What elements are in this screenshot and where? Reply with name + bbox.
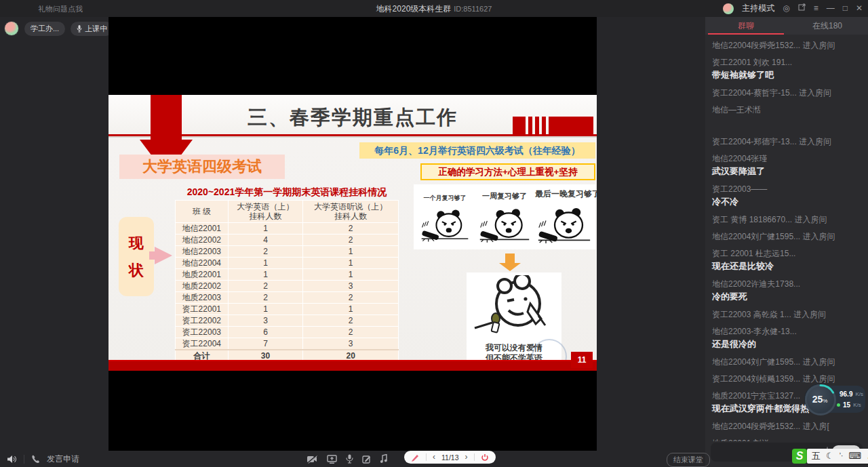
presentation-controls: ‹ 11/13 › xyxy=(404,451,496,464)
table-header: 班 级 xyxy=(176,201,229,223)
panda-meme: 最后一晚复习够了 xyxy=(535,188,593,245)
ime-mode-icon[interactable]: 五 xyxy=(812,449,821,464)
table-row: 地信2200411 xyxy=(176,258,399,269)
download-dot xyxy=(837,403,840,407)
class-status-badge[interactable]: 上课中 xyxy=(71,22,113,36)
table-row: 地质2200111 xyxy=(176,269,399,281)
table-row: 资工2200473 xyxy=(176,338,399,350)
mic-icon[interactable] xyxy=(346,454,353,464)
ime-keyboard-icon[interactable]: ⌨ xyxy=(848,449,861,464)
chat-message: 资工22001 刘欢 191...带短袖就够了吧 xyxy=(712,57,861,81)
ime-punct-icon[interactable]: ’· xyxy=(840,449,844,464)
screen-share-icon[interactable] xyxy=(327,455,337,464)
chat-messages[interactable]: 地信22004段舜尧1532... 进入房间资工22001 刘欢 191...带… xyxy=(705,35,868,441)
record-icon[interactable]: ◎ xyxy=(783,0,789,17)
message-sender: 地信22004张瑾 xyxy=(712,153,861,164)
pen-icon[interactable] xyxy=(411,453,420,462)
message-text: 冷不冷 xyxy=(712,196,861,208)
host-avatar xyxy=(723,3,734,14)
menu-icon[interactable]: ≡ xyxy=(814,0,818,17)
next-page-button[interactable]: › xyxy=(465,451,468,464)
message-sender: 资工 22001 杜志远15... xyxy=(712,248,861,259)
system-message: 地信22004段舜尧1532... 进入房间 xyxy=(712,40,861,51)
chat-message: 地信22002许迪夫1738...冷的要死 xyxy=(712,279,861,303)
topic-label: 大学英语四级考试 xyxy=(119,155,285,179)
chat-message: 资工22003——冷不冷 xyxy=(712,184,861,208)
ime-moon-icon[interactable]: ☾ xyxy=(826,449,834,464)
phone-icon[interactable] xyxy=(31,455,40,464)
power-icon[interactable] xyxy=(481,453,489,462)
edit-icon[interactable] xyxy=(362,455,371,464)
chat-message: 资工 22001 杜志远15...现在还是比较冷 xyxy=(712,248,861,272)
system-message: 资工22004-蔡哲宇-15... 进入房间 xyxy=(712,87,861,98)
table-row: 地信2200112 xyxy=(176,223,399,235)
panda-meme: 一周复习够了 xyxy=(475,188,534,245)
left-panel: 学工办... 上课中 xyxy=(0,17,108,451)
page-indicator: 11/13 xyxy=(441,453,459,462)
presenter-name[interactable]: 学工办... xyxy=(24,22,65,36)
table-row: 资工2200111 xyxy=(176,304,399,315)
title-bar: 礼物问题点我 地科2020级本科生群ID:8511627 主持模式 ◎ ≡ — … xyxy=(0,0,868,17)
minimize-icon[interactable]: — xyxy=(827,0,835,17)
panda-meme: 一个月复习够了 xyxy=(416,188,474,245)
chat-message: 地信—王术湉 xyxy=(712,104,861,130)
presentation-stage: 三、春季学期重点工作 每年6月、12月举行英语四六级考试（往年经验） 大学英语四… xyxy=(108,17,597,451)
right-gap xyxy=(597,17,705,451)
table-title: 2020~2021学年第一学期期末英语课程挂科情况 xyxy=(175,186,399,199)
room-id: ID:8511627 xyxy=(454,5,492,13)
chat-message: 地信22003-李永健-13...还是很冷的 xyxy=(712,326,861,350)
popout-icon[interactable] xyxy=(798,0,806,17)
speech-request-button[interactable]: 发言申请 xyxy=(47,453,79,465)
red-arrow-decoration xyxy=(151,95,182,140)
music-icon[interactable] xyxy=(380,454,388,464)
network-overlay[interactable]: 96.9K/s 15K/s 25% xyxy=(804,384,865,416)
system-message: 地信22004刘广健1595... 进入房间 xyxy=(712,231,861,242)
host-mode-label[interactable]: 主持模式 xyxy=(742,3,774,14)
message-text: 武汉要降温了 xyxy=(712,165,861,178)
bottom-toolbar: 发言申请 结束课堂 xyxy=(0,451,705,467)
message-sender: 地信—王术湉 xyxy=(712,104,861,115)
message-sender: 资工22003—— xyxy=(712,184,861,195)
system-message: 资工 黄博 18186670... 进入房间 xyxy=(712,214,861,225)
message-sender: 地质22001 刘洋 xyxy=(712,438,861,441)
meme-caption: 最后一晚复习够了 xyxy=(535,188,593,200)
presenter-avatar[interactable] xyxy=(4,21,19,36)
speaker-icon[interactable] xyxy=(7,455,17,464)
table-header: 大学英语听说（上）挂科人数 xyxy=(303,201,399,223)
chat-tabs: 群聊 在线180 xyxy=(705,17,868,35)
fail-count-table: 班 级大学英语（上）挂科人数大学英语听说（上）挂科人数地信2200112地信22… xyxy=(175,200,399,362)
table-row: 地质2200223 xyxy=(176,281,399,292)
chat-message: 地信22004张瑾武汉要降温了 xyxy=(712,153,861,178)
message-text: 冷的要死 xyxy=(712,291,861,303)
close-icon[interactable]: ✕ xyxy=(856,0,863,17)
system-message: 资工22004刘桢飚1359... 进入房间 xyxy=(712,373,861,384)
end-class-button[interactable]: 结束课堂 xyxy=(667,453,710,467)
panda-meme-strip: 一个月复习够了 一周复习够了 最后一晚复习够了 xyxy=(414,184,595,249)
tab-online-count[interactable]: 在线180 xyxy=(787,17,868,35)
message-text: 带短袖就够了吧 xyxy=(712,69,861,81)
prev-page-button[interactable]: ‹ xyxy=(433,451,435,464)
app-window: 礼物问题点我 地科2020级本科生群ID:8511627 主持模式 ◎ ≡ — … xyxy=(0,0,868,467)
ime-logo-icon[interactable]: S xyxy=(792,449,807,464)
system-message: 地信22004刘广健1595... 进入房间 xyxy=(712,357,861,367)
camera-off-icon[interactable] xyxy=(307,455,318,464)
table-row: 地质2200322 xyxy=(176,292,399,304)
message-text: 还是很冷的 xyxy=(712,338,861,350)
maximize-icon[interactable]: □ xyxy=(843,0,848,17)
slide-footer-bar xyxy=(108,360,597,371)
method-banner: 正确的学习方法+心理上重视+坚持 xyxy=(420,163,595,180)
table-row: 资工2200232 xyxy=(176,315,399,327)
system-message: 资工22003 高乾焱 1... 进入房间 xyxy=(712,309,861,320)
status-arrow xyxy=(155,247,172,264)
table-row: 资工2200362 xyxy=(176,327,399,338)
meme-caption: 一周复习够了 xyxy=(475,191,534,201)
message-sender: 资工22001 刘欢 191... xyxy=(712,57,861,68)
chat-message: 地质22001 刘洋没有问题了，郭老师要早点睡呀 xyxy=(712,438,861,441)
orange-down-arrow xyxy=(499,253,521,271)
meme-caption: 一个月复习够了 xyxy=(416,194,474,203)
ime-toolbar[interactable]: S 五 ☾ ’· ⌨ ♟ ⊞ xyxy=(792,448,868,464)
slide-page-number: 11 xyxy=(571,352,593,368)
tab-group-chat[interactable]: 群聊 xyxy=(705,17,787,35)
system-message: 地信22004段舜尧1532... 进入房[ xyxy=(712,421,861,432)
memory-ball[interactable]: 25% xyxy=(804,384,835,415)
